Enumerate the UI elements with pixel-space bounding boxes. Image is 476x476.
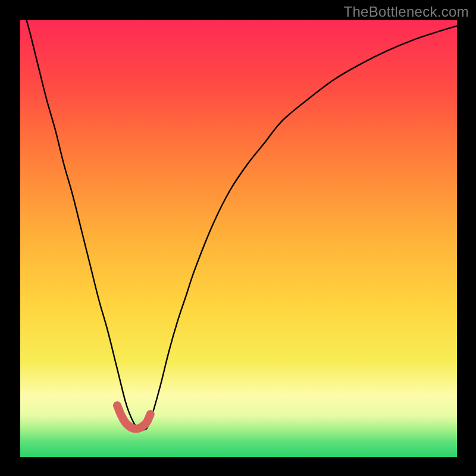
plot-area [20, 20, 457, 457]
outer-frame: TheBottleneck.com [0, 0, 476, 476]
watermark-text: TheBottleneck.com [343, 4, 469, 20]
bottleneck-chart [20, 20, 457, 457]
gradient-background [20, 20, 457, 457]
